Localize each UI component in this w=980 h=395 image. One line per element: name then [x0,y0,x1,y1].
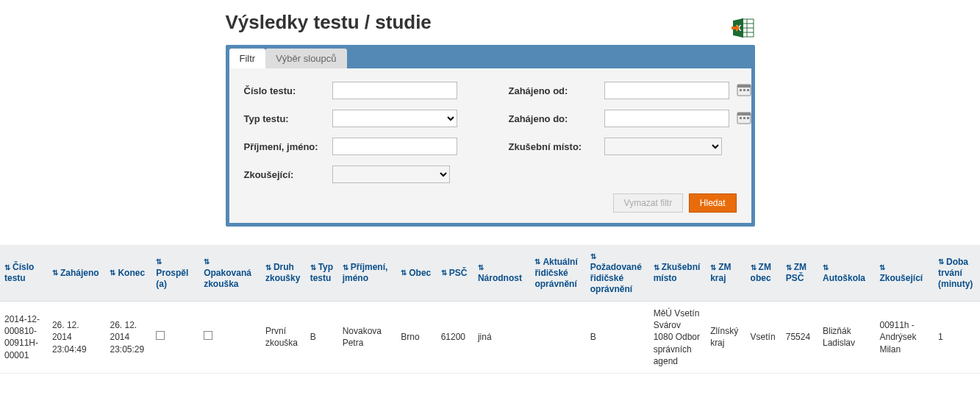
cell-driving-school: Blizňák Ladislav [818,302,875,374]
cell-exam-place: MěÚ Vsetín Svárov 1080 Odbor správních a… [649,302,706,374]
cell-started: 26. 12. 2014 23:04:49 [48,302,106,374]
clear-filter-button[interactable]: Vymazat filtr [613,193,684,213]
cell-current-license [530,302,585,374]
svg-rect-10 [740,89,742,91]
sort-icon: ⇅ [478,263,484,273]
sort-icon: ⇅ [52,268,58,278]
select-exam-place[interactable] [604,138,722,155]
cell-passed [151,302,199,374]
svg-rect-11 [743,89,745,91]
label-examiner: Zkoušející: [244,169,332,180]
svg-rect-14 [737,113,751,115]
sort-icon: ⇅ [401,268,407,278]
col-current-license[interactable]: ⇅Aktuální řidičské oprávnění [530,245,585,302]
svg-rect-17 [747,117,749,119]
svg-rect-16 [743,117,745,119]
table-row[interactable]: 2014-12-000810-00911H-00001 26. 12. 2014… [0,302,980,374]
label-test-type: Typ testu: [244,113,332,124]
label-started-from: Zahájeno od: [509,85,604,96]
col-ended[interactable]: ⇅Konec [105,245,151,302]
sort-icon: ⇅ [590,252,596,262]
select-test-type[interactable] [332,110,457,127]
cell-examiner: 00911h - Andrýsek Milan [875,302,934,374]
sort-icon: ⇅ [751,263,757,273]
col-exam-place[interactable]: ⇅Zkušební místo [649,245,706,302]
sort-icon: ⇅ [823,263,829,273]
page-title: Výsledky testu / studie [226,11,432,34]
col-passed[interactable]: ⇅Prospěl (a) [151,245,199,302]
svg-rect-12 [747,89,749,91]
col-driving-school[interactable]: ⇅Autoškola [818,245,875,302]
cell-name: Novakova Petra [338,302,397,374]
col-name[interactable]: ⇅Příjmení, jméno [338,245,397,302]
svg-rect-15 [740,117,742,119]
cell-nationality: jiná [473,302,530,374]
select-examiner[interactable] [332,166,450,183]
col-zm-city[interactable]: ⇅ZM obec [746,245,782,302]
col-zip[interactable]: ⇅PSČ [437,245,473,302]
col-zm-zip[interactable]: ⇅ZM PSČ [782,245,818,302]
filter-panel: Filtr Výběr sloupců Číslo testu: Zahájen… [226,45,755,227]
results-table: ⇅Číslo testu ⇅Zahájeno ⇅Konec ⇅Prospěl (… [0,245,980,374]
cell-repeated [199,302,261,374]
col-repeated[interactable]: ⇅Opakovaná zkouška [199,245,261,302]
checkbox-icon [204,331,212,340]
sort-icon: ⇅ [534,257,540,267]
input-name[interactable] [332,138,457,155]
cell-exam-kind: První zkouška [261,302,306,374]
cell-duration: 1 [934,302,980,374]
cell-zm-city: Vsetín [746,302,782,374]
sort-icon: ⇅ [343,263,348,273]
label-test-number: Číslo testu: [244,85,332,96]
col-nationality[interactable]: ⇅Národnost [473,245,530,302]
calendar-icon[interactable] [737,110,751,125]
sort-icon: ⇅ [310,263,316,273]
tab-filter[interactable]: Filtr [229,49,266,68]
cell-ended: 26. 12. 2014 23:05:29 [105,302,151,374]
sort-icon: ⇅ [879,263,885,273]
sort-icon: ⇅ [654,263,659,273]
col-examiner[interactable]: ⇅Zkoušející [875,245,934,302]
cell-zm-zip: 75524 [782,302,818,374]
col-exam-kind[interactable]: ⇅Druh zkoušky [261,245,306,302]
sort-icon: ⇅ [4,263,10,273]
sort-icon: ⇅ [204,257,210,267]
svg-rect-9 [737,85,751,88]
cell-requested-license: B [586,302,649,374]
input-started-from[interactable] [604,82,729,99]
col-test-number[interactable]: ⇅Číslo testu [0,245,48,302]
search-button[interactable]: Hledat [689,193,737,213]
col-zm-region[interactable]: ⇅ZM kraj [706,245,745,302]
sort-icon: ⇅ [265,263,271,273]
sort-icon: ⇅ [156,257,162,267]
label-exam-place: Zkušební místo: [509,141,604,152]
table-header-row: ⇅Číslo testu ⇅Zahájeno ⇅Konec ⇅Prospěl (… [0,245,980,302]
col-started[interactable]: ⇅Zahájeno [48,245,106,302]
col-city[interactable]: ⇅Obec [396,245,436,302]
sort-icon: ⇅ [710,263,716,273]
sort-icon: ⇅ [938,257,944,267]
cell-zip: 61200 [437,302,473,374]
checkbox-icon [156,331,165,340]
input-test-number[interactable] [332,82,457,99]
cell-city: Brno [396,302,436,374]
cell-test-type: B [306,302,338,374]
sort-icon: ⇅ [786,263,792,273]
col-requested-license[interactable]: ⇅Požadované řidičské oprávnění [586,245,649,302]
input-started-to[interactable] [604,110,729,127]
col-test-type[interactable]: ⇅Typ testu [306,245,338,302]
label-name: Příjmení, jméno: [244,141,332,152]
label-started-to: Zahájeno do: [509,113,604,124]
sort-icon: ⇅ [110,268,115,278]
calendar-icon[interactable] [737,82,751,97]
tab-columns[interactable]: Výběr sloupců [265,49,346,68]
cell-zm-region: Zlínský kraj [706,302,745,374]
sort-icon: ⇅ [441,268,447,278]
cell-test-number: 2014-12-000810-00911H-00001 [0,302,48,374]
export-excel-button[interactable]: X [732,18,755,38]
col-duration[interactable]: ⇅Doba trvání (minuty) [934,245,980,302]
